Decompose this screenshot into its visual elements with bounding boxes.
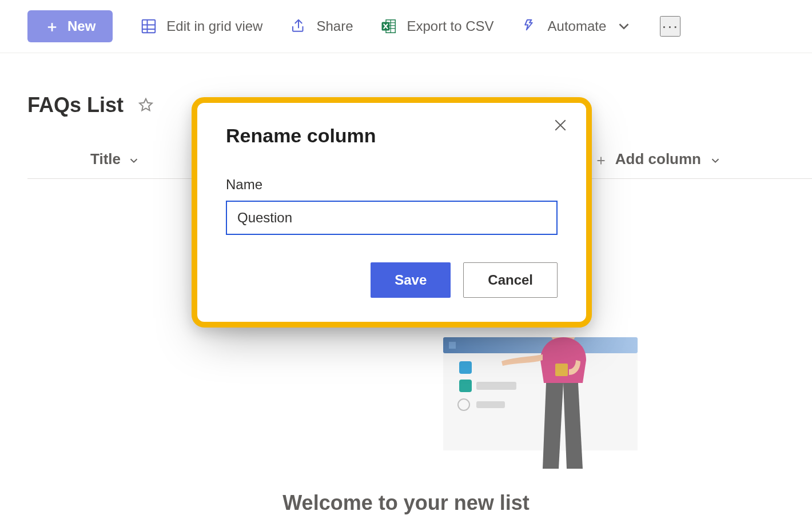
new-button[interactable]: ＋ New — [27, 10, 113, 42]
svg-rect-12 — [443, 353, 638, 450]
automate-label: Automate — [548, 18, 607, 34]
welcome-heading: Welcome to your new list — [282, 491, 529, 515]
save-button-label: Save — [395, 272, 427, 288]
svg-rect-19 — [555, 364, 568, 376]
export-to-csv-label: Export to CSV — [407, 18, 493, 34]
page-title: FAQs List — [27, 93, 124, 117]
export-to-csv-button[interactable]: Export to CSV — [380, 18, 493, 35]
plus-icon: ＋ — [45, 19, 59, 34]
add-column-button[interactable]: Add column — [595, 150, 785, 168]
star-icon — [137, 97, 154, 114]
svg-point-16 — [458, 399, 469, 410]
share-button[interactable]: Share — [290, 18, 353, 35]
chevron-down-icon — [709, 153, 722, 166]
edit-in-grid-view-label: Edit in grid view — [166, 18, 262, 34]
favorite-star-button[interactable] — [137, 97, 154, 114]
new-button-label: New — [67, 18, 95, 34]
svg-rect-11 — [449, 342, 456, 349]
close-icon — [552, 117, 569, 134]
automate-button[interactable]: Automate — [522, 18, 633, 35]
svg-rect-14 — [459, 380, 472, 392]
column-title-label: Title — [90, 150, 121, 168]
toolbar: ＋ New Edit in grid view Share — [0, 0, 812, 53]
svg-rect-15 — [476, 382, 516, 390]
welcome-illustration — [443, 337, 649, 480]
excel-icon — [380, 18, 397, 35]
column-name-input[interactable] — [226, 201, 558, 235]
edit-in-grid-view-button[interactable]: Edit in grid view — [140, 18, 262, 35]
cancel-button-label: Cancel — [488, 272, 533, 288]
svg-rect-17 — [476, 401, 505, 408]
plus-icon — [595, 153, 607, 166]
name-field-label: Name — [226, 177, 558, 193]
cancel-button[interactable]: Cancel — [463, 262, 558, 298]
column-header-title[interactable]: Title — [27, 150, 163, 168]
dialog-title: Rename column — [226, 125, 558, 147]
svg-rect-10 — [443, 337, 638, 353]
chevron-down-icon — [615, 18, 632, 35]
chevron-down-icon — [128, 153, 140, 166]
automate-icon — [522, 18, 539, 35]
dialog-actions: Save Cancel — [226, 262, 558, 298]
save-button[interactable]: Save — [371, 262, 451, 298]
grid-icon — [140, 18, 157, 35]
close-button[interactable] — [552, 117, 569, 134]
svg-rect-0 — [142, 20, 156, 33]
add-column-label: Add column — [615, 150, 701, 168]
rename-column-dialog: Rename column Name Save Cancel — [192, 97, 592, 328]
share-label: Share — [316, 18, 353, 34]
share-icon — [290, 18, 307, 35]
overflow-menu-button[interactable]: ··· — [660, 16, 680, 37]
ellipsis-icon: ··· — [662, 17, 679, 35]
svg-point-18 — [550, 337, 577, 344]
svg-rect-13 — [459, 361, 472, 374]
